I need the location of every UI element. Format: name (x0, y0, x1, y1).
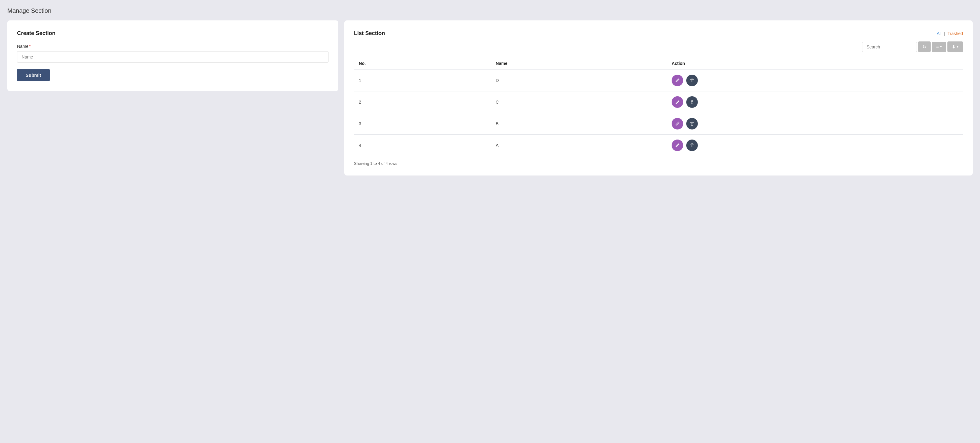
columns-chevron-icon: ▾ (940, 45, 942, 49)
delete-button[interactable] (686, 96, 698, 108)
table-row: 1D (354, 70, 963, 91)
name-label: Name* (17, 44, 328, 49)
list-section-title: List Section (354, 30, 385, 37)
filter-links: All | Trashed (937, 31, 963, 36)
col-header-no: No. (354, 57, 491, 70)
col-header-action: Action (667, 57, 963, 70)
columns-button[interactable]: ≡ ▾ (932, 42, 946, 52)
section-table: No. Name Action 1D2C3B4A (354, 57, 963, 156)
page-title: Manage Section (7, 7, 973, 14)
table-row: 2C (354, 91, 963, 113)
delete-button[interactable] (686, 140, 698, 151)
table-header-row: No. Name Action (354, 57, 963, 70)
filter-trashed-link[interactable]: Trashed (947, 31, 963, 36)
name-form-group: Name* (17, 44, 328, 63)
delete-button[interactable] (686, 118, 698, 130)
cell-name: C (491, 91, 667, 113)
filter-all-link[interactable]: All (937, 31, 942, 36)
edit-button[interactable] (671, 96, 683, 108)
cell-action (667, 113, 963, 135)
export-icon: ⬇ (952, 44, 956, 50)
columns-icon: ≡ (936, 44, 939, 50)
cell-action (667, 91, 963, 113)
export-button[interactable]: ⬇ ▾ (947, 41, 963, 52)
filter-separator: | (944, 31, 945, 36)
refresh-icon: ↻ (923, 44, 926, 50)
edit-button[interactable] (671, 140, 683, 151)
cell-name: A (491, 135, 667, 156)
showing-text: Showing 1 to 4 of 4 rows (354, 161, 963, 166)
list-header: List Section All | Trashed (354, 30, 963, 37)
edit-button[interactable] (671, 118, 683, 130)
table-row: 3B (354, 113, 963, 135)
create-section-title: Create Section (17, 30, 328, 37)
refresh-button[interactable]: ↻ (918, 41, 931, 52)
delete-button[interactable] (686, 75, 698, 86)
create-section-card: Create Section Name* Submit (7, 21, 338, 91)
edit-button[interactable] (671, 75, 683, 86)
cell-name: D (491, 70, 667, 91)
cell-no: 2 (354, 91, 491, 113)
cell-no: 3 (354, 113, 491, 135)
cell-action (667, 70, 963, 91)
col-header-name: Name (491, 57, 667, 70)
cell-name: B (491, 113, 667, 135)
submit-button[interactable]: Submit (17, 69, 50, 81)
cell-no: 1 (354, 70, 491, 91)
toolbar: ↻ ≡ ▾ ⬇ ▾ (354, 41, 963, 52)
table-row: 4A (354, 135, 963, 156)
export-chevron-icon: ▾ (957, 45, 959, 49)
search-input[interactable] (862, 42, 917, 52)
cell-no: 4 (354, 135, 491, 156)
cell-action (667, 135, 963, 156)
name-input[interactable] (17, 51, 328, 63)
required-indicator: * (29, 44, 30, 49)
list-section-card: List Section All | Trashed ↻ ≡ ▾ ⬇ ▾ (344, 21, 973, 176)
